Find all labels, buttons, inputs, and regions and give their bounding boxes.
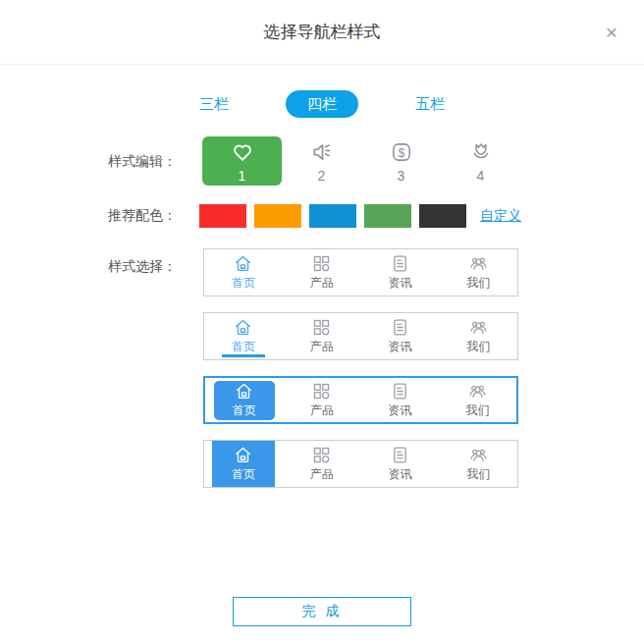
flower-icon	[468, 137, 494, 167]
nav-item-content: 我们	[439, 441, 517, 487]
home-icon	[233, 445, 253, 465]
nav-item-3: 我们	[439, 249, 517, 295]
nav-item-2: 资讯	[361, 378, 439, 422]
news-icon	[390, 253, 410, 274]
nav-item-content: 首页	[214, 381, 275, 420]
nav-item-content: 首页	[204, 313, 283, 359]
nav-item-2: 资讯	[361, 441, 440, 487]
nav-item-content: 产品	[283, 249, 361, 295]
nav-style-rounded[interactable]: 首页产品资讯我们	[203, 376, 518, 424]
nav-item-3: 我们	[439, 441, 517, 487]
tab-three-col[interactable]: 三栏	[178, 90, 250, 118]
nav-item-label: 资讯	[388, 402, 411, 419]
style-edit-options: 12$34	[202, 136, 520, 186]
color-swatch[interactable]	[309, 204, 356, 228]
close-icon[interactable]: ×	[599, 20, 624, 45]
tab-four-col[interactable]: 四栏	[286, 90, 358, 118]
nav-item-label: 首页	[233, 402, 256, 419]
style-edit-option-1[interactable]: 1	[202, 136, 282, 186]
nav-item-2: 资讯	[361, 249, 440, 295]
column-count-tabs: 三栏四栏五栏	[0, 90, 644, 118]
nav-item-label: 资讯	[388, 466, 411, 483]
style-edit-option-4[interactable]: 4	[441, 136, 520, 186]
nav-item-label: 资讯	[388, 339, 411, 355]
nav-item-label: 首页	[232, 275, 255, 292]
nav-item-content: 产品	[283, 441, 361, 487]
nav-item-0: 首页	[205, 378, 283, 422]
palette-label: 推荐配色：	[108, 207, 177, 225]
speaker-icon	[309, 137, 335, 167]
nav-item-label: 我们	[465, 402, 489, 419]
nav-item-content: 首页	[204, 249, 283, 295]
people-icon	[468, 253, 489, 274]
nav-item-label: 首页	[232, 339, 255, 355]
nav-item-content: 资讯	[361, 249, 440, 295]
option-number: 2	[318, 167, 326, 185]
nav-item-label: 产品	[310, 466, 334, 483]
nav-item-0: 首页	[204, 441, 283, 487]
nav-item-content: 资讯	[361, 378, 439, 422]
nav-item-content: 我们	[439, 249, 517, 295]
nav-style-square[interactable]: 首页产品资讯我们	[203, 440, 518, 488]
grid-icon	[311, 253, 332, 274]
dollar-icon: $	[389, 137, 414, 167]
color-swatch[interactable]	[419, 204, 466, 228]
home-icon	[233, 253, 253, 274]
custom-color-link[interactable]: 自定义	[480, 207, 521, 225]
tab-five-col[interactable]: 五栏	[394, 90, 466, 118]
nav-item-content: 资讯	[361, 313, 440, 359]
nav-item-label: 产品	[310, 275, 334, 292]
style-select-label: 样式选择：	[108, 258, 177, 276]
dialog-header: 选择导航栏样式 ×	[0, 0, 644, 65]
nav-style-underline[interactable]: 首页产品资讯我们	[203, 312, 518, 360]
nav-item-label: 资讯	[388, 275, 411, 292]
nav-item-label: 产品	[310, 402, 334, 419]
nav-item-1: 产品	[283, 313, 361, 359]
dialog-title: 选择导航栏样式	[0, 0, 644, 64]
home-icon	[233, 317, 253, 338]
nav-item-content: 产品	[283, 313, 361, 359]
option-number: 4	[477, 167, 485, 185]
news-icon	[390, 445, 410, 465]
nav-item-content: 我们	[439, 378, 516, 422]
nav-item-label: 首页	[232, 466, 255, 483]
active-underline-indicator	[222, 354, 265, 357]
nav-style-plain[interactable]: 首页产品资讯我们	[203, 248, 518, 296]
nav-item-3: 我们	[439, 313, 517, 359]
nav-item-label: 我们	[466, 339, 490, 355]
people-icon	[467, 381, 488, 402]
grid-icon	[311, 445, 332, 465]
home-icon	[234, 381, 254, 402]
svg-text:$: $	[398, 146, 404, 160]
color-swatch[interactable]	[364, 204, 411, 228]
style-edit-option-3[interactable]: $3	[361, 136, 441, 186]
people-icon	[468, 317, 489, 338]
option-number: 3	[398, 167, 405, 185]
nav-item-content: 我们	[439, 313, 517, 359]
option-number: 1	[239, 167, 246, 185]
news-icon	[390, 381, 410, 402]
palette-swatches	[199, 204, 466, 228]
select-navbar-style-dialog: 选择导航栏样式 × 三栏四栏五栏 样式编辑： 12$34 推荐配色： 自定义 样…	[0, 0, 644, 644]
nav-item-3: 我们	[439, 378, 516, 422]
done-button[interactable]: 完 成	[233, 597, 411, 626]
nav-item-content: 首页	[212, 441, 275, 487]
style-edit-label: 样式编辑：	[108, 153, 177, 171]
nav-item-0: 首页	[204, 249, 283, 295]
color-swatch[interactable]	[199, 204, 246, 228]
nav-item-0: 首页	[204, 313, 283, 359]
grid-icon	[311, 317, 332, 338]
news-icon	[390, 317, 410, 338]
grid-icon	[311, 381, 332, 402]
people-icon	[468, 445, 489, 465]
nav-item-content: 产品	[283, 378, 360, 422]
nav-item-label: 我们	[466, 466, 490, 483]
style-edit-option-2[interactable]: 2	[282, 136, 361, 186]
nav-item-content: 资讯	[361, 441, 440, 487]
nav-item-1: 产品	[283, 441, 361, 487]
nav-item-2: 资讯	[361, 313, 440, 359]
color-swatch[interactable]	[254, 204, 301, 228]
nav-item-1: 产品	[283, 249, 361, 295]
nav-item-label: 我们	[466, 275, 490, 292]
nav-item-1: 产品	[283, 378, 360, 422]
